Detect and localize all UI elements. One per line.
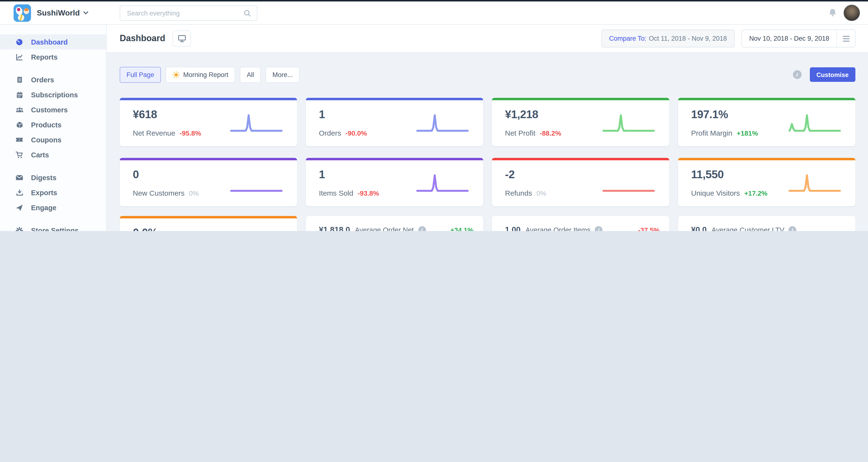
sidebar-item-engage[interactable]: Engage [0,200,106,215]
sidebar-group-divider [0,162,106,170]
store-name[interactable]: SushiWorld [37,8,80,17]
customise-button[interactable]: Customise [810,67,856,82]
kpi-value: 0 [133,168,139,181]
user-avatar[interactable] [843,4,860,21]
sidebar-item-customers[interactable]: Customers [0,102,106,117]
tab-label: Full Page [126,71,154,78]
kpi-card-orders: 1 Orders-90.0% [306,98,483,146]
kpi-card-profit-margin: 197.1% Profit Margin+181% [678,98,856,146]
topbar: SushiWorld [0,1,868,25]
kpi-label: Net Profit [505,129,535,137]
sidebar-item-digests[interactable]: Digests [0,170,106,185]
compare-range-value: Oct 11, 2018 - Nov 9, 2018 [649,35,727,42]
kpi-change: -95.8% [180,129,201,137]
users-icon [15,106,24,113]
kpi-label: Profit Margin [691,129,732,137]
paper-plane-icon [15,204,24,211]
sidebar-item-label: Reports [31,53,58,61]
dashboard-toolbar: Full Page Morning Report All More... [120,66,856,83]
kpi-card-new-customers: 0 New Customers0% [120,158,297,206]
sidebar-item-label: Digests [31,174,57,182]
sidebar-item-label: Carts [31,151,49,159]
sidebar-item-label: Orders [31,76,54,84]
date-presets-menu-icon[interactable] [837,30,855,47]
sidebar-item-products[interactable]: Products [0,117,106,132]
tab-morning-report[interactable]: Morning Report [166,67,235,82]
cart-icon [15,151,24,159]
box-icon [15,121,24,129]
sparkline [788,111,841,135]
sidebar-item-label: Subscriptions [31,91,78,99]
kpi-card-orders-cr: 0.0% Orders CR-91.5% [120,216,297,231]
kpi-change: +17.2% [744,189,768,197]
tab-full-page[interactable]: Full Page [120,67,161,82]
kpi-value: 1 [319,168,325,181]
kpi-change: +181% [737,129,758,137]
kpi-label: Unique Visitors [691,189,740,197]
date-range-button[interactable]: Nov 10, 2018 - Dec 9, 2018 [742,30,837,47]
tab-more[interactable]: More... [266,67,300,82]
kpi-card-refunds: -2 Refunds0% [492,158,669,206]
sidebar-item-subscriptions[interactable]: Subscriptions [0,87,106,102]
avg-order-net-card: ¥1,818.0 Average Order Net i +34.1% [306,216,483,231]
kpi-value: -2 [505,168,515,181]
app-window: SushiWorld Dashboard [0,0,868,231]
kpi-card-net-profit: ¥1,218 Net Profit-88.2% [492,98,669,146]
sidebar-item-exports[interactable]: Exports [0,185,106,200]
compare-date-range-button[interactable]: Compare To: Oct 11, 2018 - Nov 9, 2018 [601,30,735,47]
kpi-value: 0.0% [133,226,157,231]
search-icon[interactable] [244,9,251,17]
kpi-label: Net Revenue [133,129,175,137]
kpi-label: New Customers [133,189,184,197]
page-title: Dashboard [120,33,165,43]
kpi-value: 1 [319,108,325,121]
sidebar-item-coupons[interactable]: Coupons [0,132,106,147]
sparkline [788,171,841,195]
tab-label: Morning Report [183,71,228,78]
sidebar-item-store-settings[interactable]: Store Settings [0,223,106,231]
metric-label: Average Order Items [525,226,591,231]
tv-mode-button[interactable] [173,31,191,46]
sidebar-item-reports[interactable]: Reports [0,50,106,64]
sushi-piece [24,8,29,14]
sparkline [416,111,469,135]
gear-icon [15,226,24,231]
kpi-label: Orders [319,129,341,137]
sparkline [416,171,469,195]
kpi-value: ¥1,218 [505,108,538,121]
sidebar-item-dashboard[interactable]: Dashboard [0,34,106,50]
search-input[interactable] [126,9,244,17]
sidebar-item-orders[interactable]: Orders [0,72,106,87]
info-icon[interactable]: i [595,226,603,231]
sidebar-item-label: Dashboard [31,38,68,46]
sidebar-item-carts[interactable]: Carts [0,147,106,162]
info-icon[interactable]: i [418,226,426,231]
sparkline [602,111,655,135]
kpi-change: 0% [189,189,198,197]
tab-all[interactable]: All [240,67,261,82]
store-logo[interactable] [13,4,31,22]
metric-value: ¥0.0 [691,225,707,231]
notifications-bell-icon[interactable] [828,8,837,18]
tab-label: All [247,71,254,78]
info-icon[interactable]: i [789,226,797,231]
kpi-change: 0% [536,189,546,197]
compare-label: Compare To: [609,35,646,42]
kpi-change: -93.8% [358,189,379,197]
date-range-control: Nov 10, 2018 - Dec 9, 2018 [742,30,856,47]
orders-icon [15,76,24,84]
chevron-down-icon[interactable] [83,11,88,14]
sidebar-group-divider [0,215,106,223]
reports-icon [15,53,24,61]
page-header: Dashboard Compare To: Oct 11, 2018 - Nov… [106,25,868,53]
sparkline [230,171,283,195]
kpi-value: ¥618 [133,108,157,121]
envelope-icon [15,174,24,180]
metric-label: Average Customer LTV [711,226,784,231]
sun-icon [173,71,180,78]
global-search [120,5,257,21]
sparkline [230,111,283,135]
sidebar-item-label: Store Settings [31,226,79,231]
info-icon[interactable]: i [793,70,801,79]
metric-label: Average Order Net [355,226,414,231]
